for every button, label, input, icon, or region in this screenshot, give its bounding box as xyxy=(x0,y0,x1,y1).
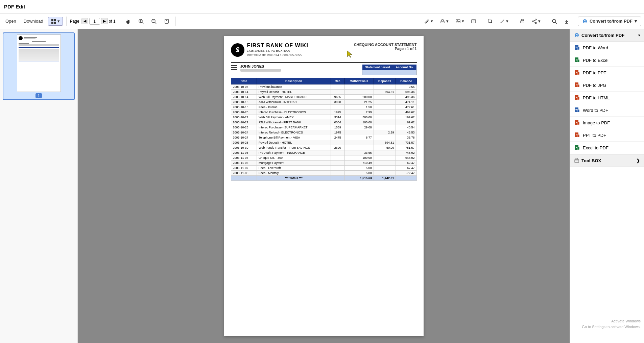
zoom-out-button[interactable] xyxy=(148,17,159,25)
cell-bal: 36.76 xyxy=(396,135,416,140)
fit-page-button[interactable] xyxy=(161,17,172,25)
share-icon xyxy=(532,19,537,24)
cell-date: 2003-10-27 xyxy=(231,135,257,140)
totals-label xyxy=(231,176,257,181)
table-row: 2003-10-23 Interac Purchase - SUPERMARKE… xyxy=(231,125,416,130)
cell-desc: Web Bill Payment - MASTERCARD xyxy=(257,95,331,100)
page-number-input[interactable]: 1 xyxy=(89,18,100,25)
cell-date: 2003-11-03 xyxy=(231,155,257,161)
cell-bal: 43.53 xyxy=(396,130,416,135)
cell-with: 6.77 xyxy=(345,135,374,140)
convert-item[interactable]: W Word to PDF xyxy=(570,104,644,117)
convert-item[interactable]: W PDF to Word xyxy=(570,42,644,54)
separator-7 xyxy=(575,17,575,26)
convert-panel-label: Convert to/from PDF xyxy=(581,33,624,38)
cell-desc: Fees - Overdraft xyxy=(257,166,331,171)
cell-ref: 3990 xyxy=(331,100,345,105)
print-button[interactable] xyxy=(517,17,528,25)
bank-info: FIRST BANK OF WIKI 1425 JAMES ST, PO BOX… xyxy=(247,43,309,57)
page-next-button[interactable]: ▶ xyxy=(101,18,108,24)
svg-rect-0 xyxy=(51,19,53,21)
col-with: Withdrawals xyxy=(345,78,374,84)
convert-item[interactable]: P PDF to JPG xyxy=(570,79,644,92)
separator-6 xyxy=(546,17,546,26)
menu-lines-icon xyxy=(231,65,237,70)
cell-dep: 694.81 xyxy=(374,140,396,145)
page-navigation: ◀ 1 ▶ of 1 xyxy=(81,18,116,25)
cell-with: 200.00 xyxy=(345,95,374,100)
cell-dep xyxy=(374,84,396,90)
canvas-area[interactable]: $ FIRST BANK OF WIKI 1425 JAMES ST, PO B… xyxy=(78,29,570,343)
cell-with: 100.00 xyxy=(345,155,374,161)
convert-dropdown-button[interactable]: Convert to/from PDF ▾ xyxy=(578,17,641,26)
cell-ref: 0064 xyxy=(331,120,345,125)
toolbox-header[interactable]: Tool BOX ❯ xyxy=(570,154,644,167)
line1 xyxy=(231,65,237,66)
page-prev-button[interactable]: ◀ xyxy=(81,18,88,24)
convert-panel-chevron: ▾ xyxy=(638,33,640,37)
cell-desc: Cheque No. - 409 xyxy=(257,155,331,161)
draw-icon xyxy=(500,19,505,24)
cell-bal: 0.55 xyxy=(396,84,416,90)
share-button[interactable]: ▾ xyxy=(529,17,543,25)
cell-with xyxy=(345,90,374,95)
search-button[interactable] xyxy=(549,17,560,25)
convert-item[interactable]: X Excel to PDF xyxy=(570,142,644,154)
sp-header-account: Account No. xyxy=(393,65,416,70)
col-ref: Ref. xyxy=(331,78,345,84)
cell-ref: 1975 xyxy=(331,110,345,115)
convert-item[interactable]: X PDF to Excel xyxy=(570,54,644,67)
svg-line-24 xyxy=(501,20,504,23)
svg-point-27 xyxy=(535,19,536,20)
convert-label: Convert to/from PDF xyxy=(590,19,633,24)
draw-button[interactable]: ▾ xyxy=(497,17,511,25)
cell-dep: 50.00 xyxy=(374,145,396,150)
convert-item-label: PDF to JPG xyxy=(583,83,606,88)
annotate-button[interactable]: ▾ xyxy=(422,17,436,25)
cell-ref xyxy=(331,166,345,171)
convert-item-label: Word to PDF xyxy=(583,108,608,113)
bank-header: $ FIRST BANK OF WIKI 1425 JAMES ST, PO B… xyxy=(231,43,417,57)
cell-desc: Interac Refund - ELECTRONICS xyxy=(257,130,331,135)
cell-date: 2003-10-16 xyxy=(231,105,257,110)
title-bar: PDF Edit xyxy=(0,0,644,14)
view-toggle[interactable]: ▾ xyxy=(48,17,63,26)
svg-rect-51 xyxy=(577,97,579,100)
crop-button[interactable] xyxy=(485,17,496,25)
convert-item[interactable]: P PDF to HTML xyxy=(570,92,644,104)
cell-ref xyxy=(331,140,345,145)
cell-dep: 2.99 xyxy=(374,130,396,135)
cell-bal: 495.36 xyxy=(396,95,416,100)
convert-item[interactable]: P Image to PDF xyxy=(570,117,644,129)
thumbnail-page-1[interactable]: 1 xyxy=(3,32,75,100)
stamp-button[interactable]: ▾ xyxy=(437,17,451,25)
cell-bal: 469.62 xyxy=(396,110,416,115)
app-title: PDF Edit xyxy=(4,4,25,9)
cell-date: 2003-10-22 xyxy=(231,120,257,125)
convert-item[interactable]: P PDF to PPT xyxy=(570,67,644,79)
cell-bal: 69.62 xyxy=(396,120,416,125)
image-button[interactable]: ▾ xyxy=(453,17,467,25)
cell-desc: Payroll Deposit - HOTEL xyxy=(257,90,331,95)
save-button[interactable] xyxy=(561,17,572,25)
table-header-row: Date Description Ref. Withdrawals Deposi… xyxy=(231,78,416,84)
table-row: 2003-10-16 Fees - Interac 1.50 472.61 xyxy=(231,105,416,110)
cell-date: 2003-10-23 xyxy=(231,125,257,130)
cell-bal: 731.57 xyxy=(396,140,416,145)
svg-rect-2 xyxy=(51,22,53,24)
cell-dep xyxy=(374,135,396,140)
hand-tool-button[interactable] xyxy=(123,17,134,25)
cell-bal: 748.02 xyxy=(396,150,416,155)
totals-with: 1,515.63 xyxy=(345,176,374,181)
open-button[interactable]: Open xyxy=(3,17,19,25)
svg-text:P: P xyxy=(576,134,577,136)
page-label: Page xyxy=(70,19,79,24)
convert-item[interactable]: P PPT to PDF xyxy=(570,129,644,142)
convert-panel-header[interactable]: Convert to/from PDF ▾ xyxy=(570,29,644,42)
form-button[interactable] xyxy=(468,17,479,25)
convert-item-label: PDF to HTML xyxy=(583,95,610,100)
download-button[interactable]: Download xyxy=(21,17,46,25)
zoom-in-button[interactable] xyxy=(136,17,146,25)
table-row: 2003-11-03 Pre-Auth. Payment - INSURANCE… xyxy=(231,150,416,155)
thumbnail-frame-1 xyxy=(17,34,61,92)
